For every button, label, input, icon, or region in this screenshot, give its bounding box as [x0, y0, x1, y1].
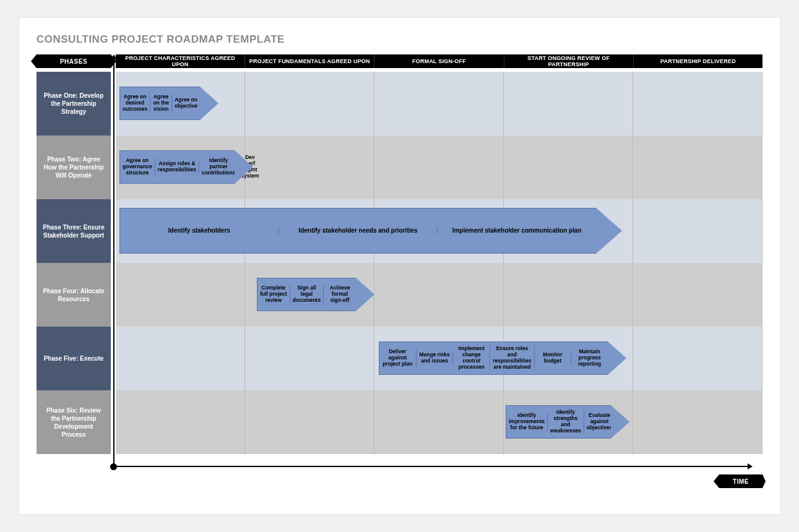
task-arrow: Identify stakeholdersIdentify stakeholde…: [119, 208, 622, 254]
grid-cell: [633, 390, 762, 454]
swimlane-row: Identify improvements for the futureIden…: [116, 390, 762, 454]
column-header: PROJECT CHARACTERISTICS AGREED UPON: [116, 54, 245, 68]
swimlane-row: Deliver against project planMange risks …: [116, 327, 762, 390]
grid-cell: [374, 390, 504, 454]
grid-cell: [633, 72, 762, 135]
grid-cell: [374, 263, 504, 327]
task-segment: Monitor budget: [535, 352, 572, 364]
grid-cell: [633, 263, 762, 327]
column-header: PROJECT FUNDAMENTALS AGREED UPON: [245, 54, 374, 68]
swimlane-row: Complete full project reviewSign all leg…: [116, 263, 762, 327]
column-headers: PROJECT CHARACTERISTICS AGREED UPONPROJE…: [116, 54, 762, 68]
phase-row: Phase One: Develop the Partnership Strat…: [37, 72, 111, 135]
grid-cell: [504, 263, 633, 327]
arrow-head-icon: [235, 150, 253, 184]
swimlane-row: Agree on governance structureAssign role…: [116, 135, 762, 199]
grid-cell: [633, 135, 762, 199]
arrow-head-icon: [608, 341, 626, 375]
column-header: FORMAL SIGN-OFF: [374, 54, 504, 68]
grid-cell: [245, 135, 374, 199]
axis-origin: [110, 463, 117, 470]
task-segment: Identify stakeholders: [120, 227, 279, 234]
phase-row: Phase Six: Review the Partnership Develo…: [37, 390, 111, 454]
task-segment: Identify improvements for the future: [506, 413, 548, 431]
task-segment: Ensure roles and responsibilities are ma…: [490, 346, 534, 370]
grid-cell: [116, 390, 245, 454]
task-segment: Achieve formal sign-off: [324, 285, 356, 303]
column-header: START ONGOING REVIEW OF PARTNERSHIP: [504, 54, 634, 68]
document-page: CONSULTING PROJECT ROADMAP TEMPLATE PHAS…: [19, 17, 780, 515]
x-axis: [111, 466, 749, 467]
grid-cell: [374, 135, 504, 199]
page-title: CONSULTING PROJECT ROADMAP TEMPLATE: [37, 33, 762, 46]
axis-badge-phases: PHASES: [37, 54, 111, 68]
task-segment: Identify partner contributions: [199, 158, 238, 176]
grid-cell: [245, 390, 374, 454]
task-arrow: Agree on desired outcomesAgree on the vi…: [119, 87, 218, 120]
arrow-head-icon: [596, 208, 622, 254]
grid-cell: [116, 327, 245, 390]
grid-cell: [633, 199, 762, 263]
grid-cell: [116, 263, 245, 327]
swimlane-row: Identify stakeholdersIdentify stakeholde…: [116, 199, 762, 263]
task-arrow: Deliver against project planMange risks …: [379, 341, 626, 375]
phase-row: Phase Two: Agree How the Partnership Wil…: [37, 135, 111, 199]
task-segment: Deliver against project plan: [379, 349, 417, 367]
task-segment: Mange risks and issues: [417, 352, 454, 364]
task-segment: Agree on governance structure: [120, 158, 155, 176]
task-segment: Complete full project review: [257, 285, 290, 303]
axis-badge-time: TIME: [719, 474, 762, 488]
task-arrow: Identify improvements for the futureIden…: [506, 405, 629, 439]
task-segment: Implement change control processes: [453, 346, 490, 370]
task-segment: Identify strengths and weaknesses: [548, 410, 584, 434]
phase-sidebar: Phase One: Develop the Partnership Strat…: [37, 72, 111, 454]
grid-cell: [374, 72, 504, 135]
task-segment: Agree on objective: [172, 97, 200, 109]
y-axis: [113, 58, 114, 468]
grid-cell: [245, 72, 374, 135]
swimlane-grid: Agree on desired outcomesAgree on the vi…: [116, 72, 762, 454]
task-segment: Sign all legal documents: [290, 285, 324, 303]
arrow-head-icon: [200, 87, 218, 120]
task-segment: Assign roles & responsibilities: [155, 161, 199, 173]
task-segment: Evaluate against objectives: [584, 413, 615, 431]
arrow-head-icon: [356, 278, 374, 311]
task-segment: Implement stakeholder communication plan: [438, 227, 596, 234]
task-segment: Agree on the vision: [150, 94, 172, 112]
roadmap-board: PHASES PROJECT CHARACTERISTICS AGREED UP…: [37, 54, 762, 494]
column-header: PARTNERSHIP DELIVERED: [634, 54, 762, 68]
phase-row: Phase Five: Execute: [37, 327, 111, 390]
task-segment: Identify stakeholder needs and prioritie…: [279, 227, 438, 234]
phase-row: Phase Three: Ensure Stakeholder Support: [37, 199, 111, 263]
task-segment: Maintain progress reporting: [571, 349, 608, 367]
arrow-head-icon: [611, 405, 629, 439]
grid-cell: [633, 327, 762, 390]
task-segment: Agree on desired outcomes: [120, 94, 150, 112]
task-arrow: Complete full project reviewSign all leg…: [257, 278, 374, 311]
grid-cell: [245, 327, 374, 390]
task-arrow: Agree on governance structureAssign role…: [119, 150, 253, 184]
grid-cell: [504, 72, 633, 135]
phase-row: Phase Four: Allocate Resources: [37, 263, 111, 327]
grid-cell: [504, 135, 633, 199]
swimlane-row: Agree on desired outcomesAgree on the vi…: [116, 72, 762, 135]
